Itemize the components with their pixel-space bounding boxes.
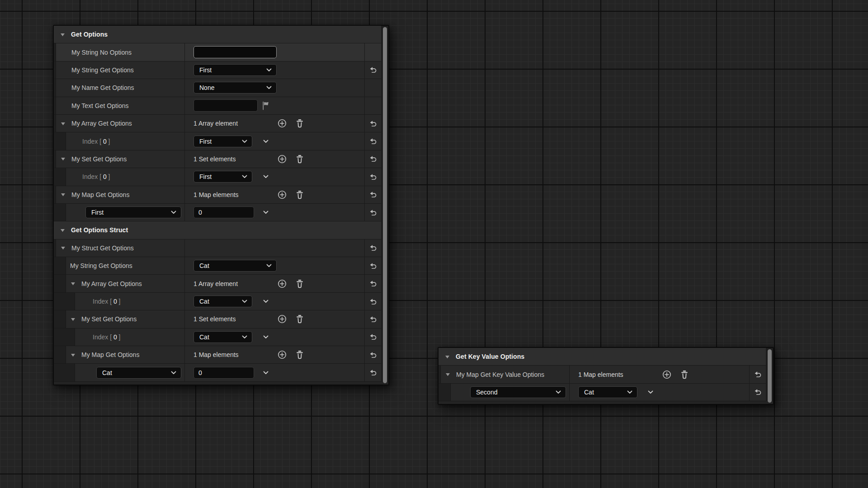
undo-column — [365, 132, 381, 150]
index-bracket-text: Index [ — [82, 173, 103, 180]
delete-elements-icon[interactable] — [295, 190, 304, 200]
value-combobox[interactable]: None — [193, 82, 277, 94]
value-combobox[interactable]: First — [193, 171, 252, 183]
category-expander-triangle-icon[interactable] — [60, 227, 66, 233]
property-label-content: Index [ 0 ] — [75, 293, 184, 310]
vertical-scrollbar-thumb[interactable] — [768, 349, 772, 403]
row-expander-triangle-icon[interactable] — [60, 156, 66, 162]
reset-to-default-icon[interactable] — [369, 369, 377, 376]
property-row-my-struct-get-options[interactable]: My Struct Get Options — [54, 239, 381, 257]
category-expander-triangle-icon[interactable] — [444, 354, 450, 360]
reset-to-default-icon[interactable] — [369, 137, 377, 145]
add-element-icon[interactable] — [277, 118, 287, 128]
element-options-chevron-icon[interactable] — [262, 138, 269, 145]
reset-to-default-icon[interactable] — [754, 388, 762, 396]
reset-to-default-icon[interactable] — [369, 351, 377, 359]
property-row-index-0[interactable]: Index [ 0 ]First — [54, 168, 381, 186]
add-element-icon[interactable] — [662, 370, 672, 380]
number-value-input[interactable]: 0 — [193, 206, 254, 218]
property-row-my-text-get-options[interactable]: My Text Get Options — [54, 97, 381, 115]
row-expander-triangle-icon[interactable] — [70, 316, 76, 322]
reset-to-default-icon[interactable] — [369, 120, 377, 127]
element-options-chevron-icon[interactable] — [262, 209, 269, 216]
reset-to-default-icon[interactable] — [369, 155, 377, 163]
add-element-icon[interactable] — [277, 350, 287, 360]
property-row-my-name-get-options[interactable]: My Name Get OptionsNone — [54, 79, 381, 97]
delete-elements-icon[interactable] — [295, 314, 304, 324]
property-row-my-string-get-options[interactable]: My String Get OptionsCat — [54, 257, 381, 275]
delete-elements-icon[interactable] — [680, 370, 689, 380]
row-expander-triangle-icon[interactable] — [60, 121, 66, 127]
delete-elements-icon[interactable] — [295, 154, 304, 164]
property-row-my-array-get-options[interactable]: My Array Get Options1 Array element — [54, 275, 381, 292]
number-value-input[interactable]: 0 — [193, 367, 254, 379]
element-options-chevron-icon[interactable] — [262, 333, 269, 341]
row-expander-triangle-icon[interactable] — [70, 352, 76, 358]
add-element-icon[interactable] — [277, 154, 287, 164]
property-label-column: Cat — [54, 364, 185, 381]
row-expander-triangle-icon[interactable] — [445, 371, 451, 377]
map-key-combobox[interactable]: First — [85, 206, 181, 218]
property-row-my-map-get-key-value-options[interactable]: My Map Get Key Value Options1 Map elemen… — [439, 366, 766, 383]
row-expander-triangle-icon[interactable] — [60, 192, 66, 197]
delete-elements-icon[interactable] — [295, 279, 304, 289]
property-row-my-string-no-options[interactable]: My String No Options — [54, 43, 381, 61]
property-row-map-entry-cat[interactable]: Cat0 — [54, 364, 381, 381]
category-header-get-options-struct[interactable]: Get Options Struct — [54, 221, 381, 239]
category-header-get-options[interactable]: Get Options — [54, 26, 381, 43]
map-key-combobox[interactable]: Second — [470, 386, 566, 398]
reset-to-default-icon[interactable] — [369, 209, 377, 216]
element-options-chevron-icon[interactable] — [262, 298, 269, 305]
blueprint-graph-background[interactable]: Get OptionsMy String No OptionsMy String… — [0, 0, 868, 488]
property-row-index-0[interactable]: Index [ 0 ]Cat — [54, 328, 381, 346]
vertical-scrollbar-thumb[interactable] — [383, 27, 387, 383]
property-row-map-entry-first[interactable]: First0 — [54, 204, 381, 221]
value-combobox[interactable]: Cat — [578, 386, 637, 398]
delete-elements-icon[interactable] — [295, 118, 304, 128]
property-row-my-string-get-options[interactable]: My String Get OptionsFirst — [54, 61, 381, 79]
category-expander-triangle-icon[interactable] — [60, 32, 66, 38]
property-row-map-entry-second[interactable]: SecondCat — [439, 384, 766, 401]
add-element-icon[interactable] — [277, 314, 287, 324]
element-options-chevron-icon[interactable] — [262, 173, 269, 180]
reset-to-default-icon[interactable] — [369, 298, 377, 305]
element-options-chevron-icon[interactable] — [262, 369, 269, 376]
property-row-index-0[interactable]: Index [ 0 ]First — [54, 132, 381, 150]
value-combobox[interactable]: Cat — [193, 296, 252, 307]
reset-to-default-icon[interactable] — [369, 333, 377, 341]
reset-to-default-icon[interactable] — [369, 244, 377, 252]
reset-to-default-icon[interactable] — [754, 371, 762, 378]
row-expander-triangle-icon[interactable] — [60, 245, 66, 251]
reset-to-default-icon[interactable] — [369, 191, 377, 198]
value-combobox[interactable]: First — [193, 64, 277, 76]
add-element-icon[interactable] — [277, 190, 287, 200]
property-row-my-array-get-options[interactable]: My Array Get Options1 Array element — [54, 115, 381, 132]
delete-elements-icon[interactable] — [295, 350, 304, 360]
reset-to-default-icon[interactable] — [369, 173, 377, 181]
text-value-input[interactable] — [193, 46, 277, 58]
element-options-chevron-icon[interactable] — [647, 389, 654, 396]
row-expander-triangle-icon[interactable] — [70, 281, 76, 286]
reset-to-default-icon[interactable] — [369, 280, 377, 287]
value-combobox-value: First — [199, 138, 241, 145]
property-row-my-set-get-options[interactable]: My Set Get Options1 Set elements — [54, 310, 381, 328]
value-combobox[interactable]: Cat — [193, 331, 252, 343]
value-combobox[interactable]: Cat — [193, 260, 277, 272]
map-key-combobox[interactable]: Cat — [96, 367, 181, 379]
add-element-icon[interactable] — [277, 279, 287, 289]
category-header-get-key-value-options[interactable]: Get Key Value Options — [439, 348, 766, 366]
reset-to-default-icon[interactable] — [369, 66, 377, 74]
reset-to-default-icon[interactable] — [369, 262, 377, 270]
property-row-my-map-get-options[interactable]: My Map Get Options1 Map elements — [54, 186, 381, 204]
property-row-index-0[interactable]: Index [ 0 ]Cat — [54, 293, 381, 310]
undo-column — [365, 239, 381, 257]
text-localization-flag-icon[interactable] — [262, 101, 271, 110]
property-row-my-map-get-options[interactable]: My Map Get Options1 Map elements — [54, 346, 381, 364]
undo-column — [365, 293, 381, 310]
text-value-input[interactable] — [193, 99, 258, 112]
property-row-my-set-get-options[interactable]: My Set Get Options1 Set elements — [54, 150, 381, 168]
indent-gutter — [54, 293, 75, 310]
reset-to-default-icon[interactable] — [369, 315, 377, 323]
indent-gutter — [54, 310, 66, 328]
value-combobox[interactable]: First — [193, 136, 252, 147]
